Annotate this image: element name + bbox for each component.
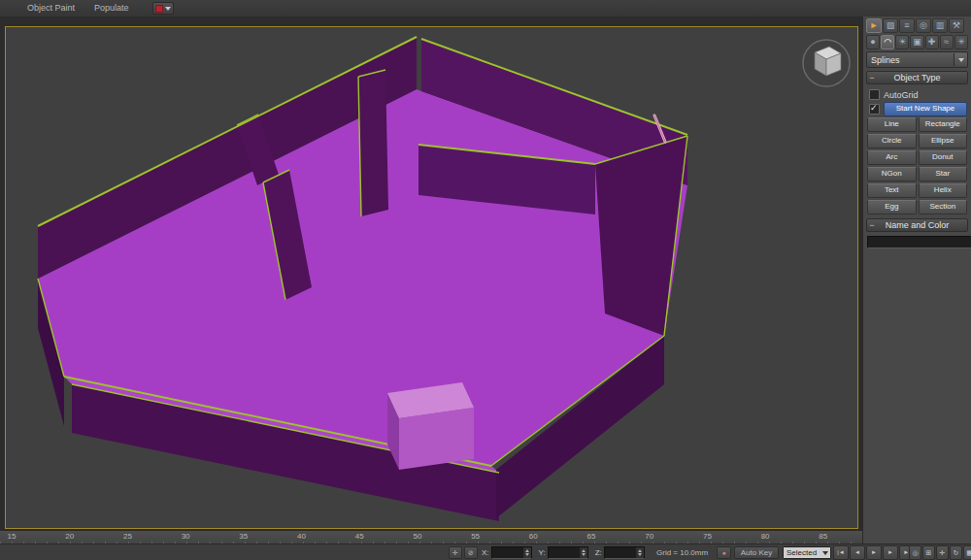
- arc-button[interactable]: Arc: [867, 150, 917, 165]
- object-type-rollout-header[interactable]: Object Type: [866, 71, 968, 84]
- key-filter-value: Selected: [784, 548, 822, 557]
- viewport-canvas[interactable]: [6, 27, 857, 528]
- paint-flyout-button[interactable]: [152, 2, 174, 15]
- perspective-viewport[interactable]: [5, 26, 858, 529]
- space-warps-category-icon[interactable]: ≈: [940, 35, 954, 49]
- orbit-icon[interactable]: ↻: [950, 545, 962, 560]
- porch-box[interactable]: [387, 382, 474, 470]
- key-filter-dropdown[interactable]: Selected: [783, 546, 831, 559]
- helix-button[interactable]: Helix: [919, 183, 968, 198]
- x-coordinate-field[interactable]: [491, 546, 532, 559]
- geometry-category-icon[interactable]: ●: [866, 35, 880, 49]
- cameras-category-icon[interactable]: ▣: [910, 35, 923, 49]
- start-new-shape-checkbox[interactable]: [869, 104, 880, 115]
- chevron-down-icon: [165, 7, 171, 11]
- zoom-icon[interactable]: ◎: [909, 545, 921, 560]
- spline-object-buttons: LineRectangleCircleEllipseArcDonutNGonSt…: [867, 117, 967, 214]
- ellipse-button[interactable]: Ellipse: [919, 134, 968, 148]
- create-categories: ●◠☀▣✚≈✳: [866, 35, 968, 49]
- star-button[interactable]: Star: [919, 167, 968, 181]
- name-and-color-rollout-header[interactable]: Name and Color: [866, 218, 968, 232]
- spline-class-value: Splines: [867, 55, 954, 65]
- frame-label: 80: [761, 532, 770, 541]
- object-type-rollout: Object Type AutoGrid Start New Shape Lin…: [866, 71, 968, 215]
- spline-class-dropdown[interactable]: Splines: [866, 51, 968, 68]
- display-tab-icon[interactable]: ▥: [932, 18, 948, 33]
- z-spinner[interactable]: [636, 547, 644, 558]
- rollout-title: Name and Color: [877, 220, 967, 230]
- porch-front-face[interactable]: [399, 408, 474, 470]
- play-button[interactable]: ►: [866, 545, 882, 560]
- frame-label: 20: [65, 532, 74, 541]
- pan-icon[interactable]: ✛: [936, 545, 949, 560]
- grid-size-label: Grid = 10.0mm: [656, 548, 708, 557]
- auto-key-button[interactable]: Auto Key: [734, 546, 779, 559]
- tab-object-paint[interactable]: Object Paint: [17, 0, 84, 16]
- frame-label: 30: [182, 532, 190, 541]
- y-coordinate-field[interactable]: [548, 546, 588, 559]
- absolute-mode-icon[interactable]: ✛: [449, 546, 462, 559]
- autogrid-checkbox[interactable]: [869, 89, 880, 100]
- motion-tab-icon[interactable]: ◎: [916, 18, 931, 33]
- viewport-nav-controls: ◎⊞✛↻▦: [909, 545, 971, 560]
- helpers-category-icon[interactable]: ✚: [925, 35, 939, 49]
- hierarchy-tab-icon[interactable]: ≡: [899, 18, 915, 33]
- x-spinner[interactable]: [523, 547, 531, 558]
- command-panel: ►▧≡◎▥⚒ ●◠☀▣✚≈✳ Splines Object Type AutoG…: [862, 16, 971, 544]
- zoom-extents-icon[interactable]: ⊞: [922, 545, 935, 560]
- start-new-shape-button[interactable]: Start New Shape: [884, 102, 967, 116]
- create-tab-icon[interactable]: ►: [866, 18, 882, 33]
- utilities-tab-icon[interactable]: ⚒: [949, 18, 964, 33]
- interior-wall-face[interactable]: [358, 70, 388, 216]
- rollout-title: Object Type: [877, 73, 967, 82]
- collapse-icon: [867, 72, 877, 83]
- frame-label: 50: [413, 532, 421, 541]
- z-coordinate-field[interactable]: [604, 546, 645, 559]
- frame-label: 75: [703, 532, 712, 541]
- maximize-viewport-icon[interactable]: ▦: [963, 545, 971, 560]
- tab-populate[interactable]: Populate: [84, 0, 139, 16]
- name-and-color-rollout: Name and Color: [866, 218, 968, 251]
- viewport-area: [0, 16, 862, 530]
- ngon-button[interactable]: NGon: [867, 167, 917, 181]
- frame-label: 65: [587, 532, 596, 541]
- text-button[interactable]: Text: [867, 183, 917, 198]
- playback-controls: |◄◄►►►|: [833, 545, 915, 560]
- autogrid-label: AutoGrid: [884, 90, 919, 100]
- paint-flyout-icon: [155, 5, 163, 13]
- section-button[interactable]: Section: [919, 200, 968, 214]
- autogrid-row: AutoGrid: [869, 88, 967, 101]
- rectangle-button[interactable]: Rectangle: [919, 117, 968, 132]
- chevron-down-icon: [822, 551, 828, 555]
- chevron-down-icon: [958, 58, 964, 62]
- frame-label: 40: [297, 532, 306, 541]
- command-panel-tabs: ►▧≡◎▥⚒: [866, 18, 968, 33]
- y-spinner[interactable]: [580, 547, 587, 558]
- object-name-input[interactable]: [867, 236, 971, 248]
- start-new-shape-row: Start New Shape: [869, 103, 967, 115]
- lights-category-icon[interactable]: ☀: [895, 35, 909, 49]
- systems-category-icon[interactable]: ✳: [954, 35, 968, 49]
- status-mini-icons: ✛⊘: [449, 546, 478, 559]
- frame-label: 15: [8, 532, 17, 541]
- egg-button[interactable]: Egg: [867, 200, 917, 214]
- go-to-start-button[interactable]: |◄: [833, 545, 849, 560]
- frame-label: 45: [355, 532, 364, 541]
- shapes-category-icon[interactable]: ◠: [881, 35, 894, 49]
- dropdown-arrow-button[interactable]: [954, 53, 967, 66]
- collapse-icon: [867, 219, 877, 231]
- donut-button[interactable]: Donut: [919, 150, 968, 165]
- modify-tab-icon[interactable]: ▧: [883, 18, 898, 33]
- x-coordinate-label: X:: [482, 548, 489, 557]
- circle-button[interactable]: Circle: [867, 134, 917, 148]
- previous-frame-button[interactable]: ◄: [850, 545, 865, 560]
- selection-lock-icon[interactable]: ⊘: [464, 546, 478, 559]
- frame-label: 35: [239, 532, 248, 541]
- frame-label: 85: [819, 532, 827, 541]
- line-button[interactable]: Line: [867, 117, 917, 132]
- frame-label: 25: [123, 532, 132, 541]
- frame-label: 70: [645, 532, 653, 541]
- frame-label: 55: [471, 532, 480, 541]
- set-keys-button[interactable]: ●: [717, 546, 731, 559]
- next-frame-button[interactable]: ►: [883, 545, 898, 560]
